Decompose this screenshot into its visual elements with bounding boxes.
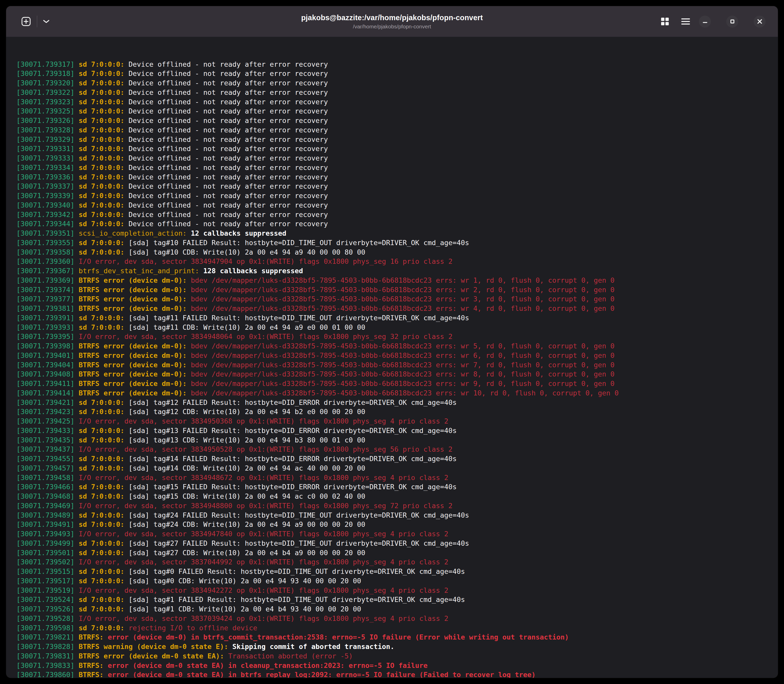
log-line: [30071.739340] sd 7:0:0:0: Device offlin…	[16, 201, 778, 210]
log-line: [30071.739821] BTRFS: error (device dm-0…	[16, 632, 778, 642]
log-line: [30071.739421] sd 7:0:0:0: [sda] tag#12 …	[16, 398, 778, 407]
log-line: [30071.739336] sd 7:0:0:0: Device offlin…	[16, 173, 778, 182]
log-line: [30071.739828] BTRFS warning (device dm-…	[16, 642, 778, 652]
log-line: [30071.739435] sd 7:0:0:0: [sda] tag#13 …	[16, 436, 778, 445]
log-line: [30071.739355] sd 7:0:0:0: [sda] tag#10 …	[16, 238, 778, 248]
menu-icon	[681, 18, 690, 25]
main-menu-button[interactable]	[679, 16, 692, 27]
log-line: [30071.739468] sd 7:0:0:0: [sda] tag#15 …	[16, 492, 778, 501]
window-title-block: pjakobs@bazzite:/var/home/pjakobs/pfopn-…	[301, 13, 483, 30]
log-line: [30071.739322] sd 7:0:0:0: Device offlin…	[16, 88, 778, 97]
tab-overview-button[interactable]	[659, 16, 671, 27]
log-line: [30071.739369] BTRFS error (device dm-0)…	[16, 276, 778, 285]
window-subtitle: /var/home/pjakobs/pfopn-convert	[301, 24, 483, 30]
log-line: [30071.739398] BTRFS error (device dm-0)…	[16, 342, 778, 351]
maximize-icon	[730, 19, 735, 24]
log-line: [30071.739489] sd 7:0:0:0: [sda] tag#24 …	[16, 511, 778, 520]
titlebar-right-controls	[659, 6, 766, 37]
log-line: [30071.739455] sd 7:0:0:0: [sda] tag#14 …	[16, 454, 778, 464]
log-line: [30071.739408] BTRFS error (device dm-0)…	[16, 369, 778, 379]
log-line: [30071.739493] I/O error, dev sda, secto…	[16, 529, 778, 539]
log-line: [30071.739323] sd 7:0:0:0: Device offlin…	[16, 97, 778, 107]
log-line: [30071.739519] I/O error, dev sda, secto…	[16, 586, 778, 595]
close-icon	[757, 19, 763, 24]
log-line: [30071.739517] sd 7:0:0:0: [sda] tag#0 C…	[16, 576, 778, 586]
log-line: [30071.739317] sd 7:0:0:0: Device offlin…	[16, 60, 778, 69]
log-line: [30071.739411] BTRFS error (device dm-0)…	[16, 379, 778, 389]
log-line: [30071.739457] sd 7:0:0:0: [sda] tag#14 …	[16, 464, 778, 473]
terminal-output[interactable]: [30071.739317] sd 7:0:0:0: Device offlin…	[6, 37, 778, 678]
log-line: [30071.739360] I/O error, dev sda, secto…	[16, 257, 778, 266]
log-line: [30071.739528] I/O error, dev sda, secto…	[16, 614, 778, 623]
log-line: [30071.739831] BTRFS error (device dm-0 …	[16, 652, 778, 661]
log-line: [30071.739404] BTRFS error (device dm-0)…	[16, 360, 778, 370]
log-line: [30071.739515] sd 7:0:0:0: [sda] tag#0 F…	[16, 567, 778, 576]
log-line: [30071.739524] sd 7:0:0:0: [sda] tag#1 F…	[16, 595, 778, 605]
log-line: [30071.739414] BTRFS error (device dm-0)…	[16, 389, 778, 398]
log-line: [30071.739333] sd 7:0:0:0: Device offlin…	[16, 153, 778, 163]
log-line: [30071.739358] sd 7:0:0:0: [sda] tag#10 …	[16, 248, 778, 257]
log-line: [30071.739326] sd 7:0:0:0: Device offlin…	[16, 116, 778, 126]
log-line: [30071.739391] sd 7:0:0:0: [sda] tag#11 …	[16, 313, 778, 323]
log-line: [30071.739501] sd 7:0:0:0: [sda] tag#27 …	[16, 548, 778, 558]
close-button[interactable]	[753, 16, 766, 27]
log-line: [30071.739342] sd 7:0:0:0: Device offlin…	[16, 210, 778, 219]
minimize-button[interactable]	[699, 16, 711, 27]
log-line: [30071.739491] sd 7:0:0:0: [sda] tag#24 …	[16, 520, 778, 529]
new-tab-button[interactable]	[19, 15, 33, 28]
log-line: [30071.739328] sd 7:0:0:0: Device offlin…	[16, 126, 778, 135]
titlebar[interactable]: pjakobs@bazzite:/var/home/pjakobs/pfopn-…	[6, 6, 778, 37]
log-line: [30071.739339] sd 7:0:0:0: Device offlin…	[16, 191, 778, 201]
log-line: [30071.739423] sd 7:0:0:0: [sda] tag#12 …	[16, 407, 778, 417]
log-line: [30071.739381] BTRFS error (device dm-0)…	[16, 304, 778, 313]
tab-overview-icon	[660, 17, 669, 26]
log-line: [30071.739329] sd 7:0:0:0: Device offlin…	[16, 135, 778, 144]
log-line: [30071.739437] I/O error, dev sda, secto…	[16, 445, 778, 454]
log-line: [30071.739331] sd 7:0:0:0: Device offlin…	[16, 144, 778, 153]
minimize-icon	[702, 19, 708, 24]
log-line: [30071.739502] I/O error, dev sda, secto…	[16, 558, 778, 567]
log-line: [30071.739344] sd 7:0:0:0: Device offlin…	[16, 219, 778, 229]
log-line: [30071.739526] sd 7:0:0:0: [sda] tag#1 C…	[16, 605, 778, 614]
log-line: [30071.739351] scsi_io_completion_action…	[16, 229, 778, 238]
log-line: [30071.739318] sd 7:0:0:0: Device offlin…	[16, 69, 778, 79]
log-line: [30071.739860] BTRFS: error (device dm-0…	[16, 670, 778, 678]
tab-dropdown-button[interactable]	[42, 18, 51, 25]
window-title: pjakobs@bazzite:/var/home/pjakobs/pfopn-…	[301, 13, 483, 22]
titlebar-left-controls	[19, 6, 51, 37]
log-line: [30071.739334] sd 7:0:0:0: Device offlin…	[16, 163, 778, 173]
maximize-button[interactable]	[726, 16, 738, 27]
log-line: [30071.739598] sd 7:0:0:0: rejecting I/O…	[16, 623, 778, 633]
log-line: [30071.739367] btrfs_dev_stat_inc_and_pr…	[16, 266, 778, 276]
log-line: [30071.739433] sd 7:0:0:0: [sda] tag#13 …	[16, 426, 778, 436]
log-line: [30071.739425] I/O error, dev sda, secto…	[16, 417, 778, 426]
log-line: [30071.739337] sd 7:0:0:0: Device offlin…	[16, 182, 778, 191]
log-line: [30071.739377] BTRFS error (device dm-0)…	[16, 294, 778, 304]
log-line: [30071.739469] I/O error, dev sda, secto…	[16, 501, 778, 511]
log-line: [30071.739325] sd 7:0:0:0: Device offlin…	[16, 106, 778, 116]
log-line: [30071.739320] sd 7:0:0:0: Device offlin…	[16, 79, 778, 88]
chevron-down-icon	[43, 19, 50, 24]
log-lines: [30071.739317] sd 7:0:0:0: Device offlin…	[16, 60, 778, 678]
log-line: [30071.739393] sd 7:0:0:0: [sda] tag#11 …	[16, 323, 778, 332]
log-line: [30071.739401] BTRFS error (device dm-0)…	[16, 351, 778, 360]
log-line: [30071.739395] I/O error, dev sda, secto…	[16, 332, 778, 342]
log-line: [30071.739374] BTRFS error (device dm-0)…	[16, 285, 778, 295]
terminal-window: pjakobs@bazzite:/var/home/pjakobs/pfopn-…	[6, 6, 778, 678]
new-tab-icon	[21, 16, 31, 27]
log-line: [30071.739833] BTRFS: error (device dm-0…	[16, 661, 778, 671]
log-line: [30071.739458] I/O error, dev sda, secto…	[16, 473, 778, 482]
log-line: [30071.739499] sd 7:0:0:0: [sda] tag#27 …	[16, 539, 778, 548]
log-line: [30071.739466] sd 7:0:0:0: [sda] tag#15 …	[16, 482, 778, 492]
titlebar-separator	[37, 16, 37, 27]
